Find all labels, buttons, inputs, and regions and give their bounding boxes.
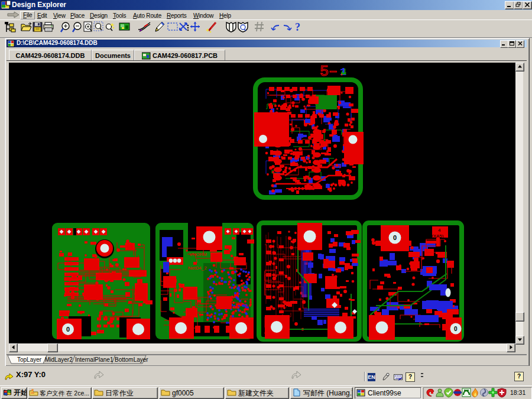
svg-text:NetD4_2: NetD4_2: [188, 265, 207, 271]
svg-text:?: ?: [295, 21, 300, 33]
svg-text:5–: 5–: [320, 63, 338, 80]
svg-text:1: 1: [340, 66, 346, 79]
svg-text:TopLayer: TopLayer: [17, 356, 42, 363]
svg-text:0: 0: [454, 326, 458, 332]
svg-text:BottomLayer: BottomLayer: [115, 356, 148, 363]
svg-text:4: 4: [438, 228, 441, 233]
svg-text:1: 1: [195, 258, 198, 264]
svg-text:VNORM: VNORM: [189, 252, 207, 257]
svg-text:InternalPlane1: InternalPlane1: [75, 356, 113, 363]
svg-text:18:31: 18:31: [510, 389, 525, 396]
svg-text:2: 2: [196, 245, 199, 250]
svg-text:0: 0: [66, 326, 70, 333]
svg-text:0: 0: [393, 234, 397, 241]
svg-text:MidLayer2: MidLayer2: [45, 356, 73, 363]
